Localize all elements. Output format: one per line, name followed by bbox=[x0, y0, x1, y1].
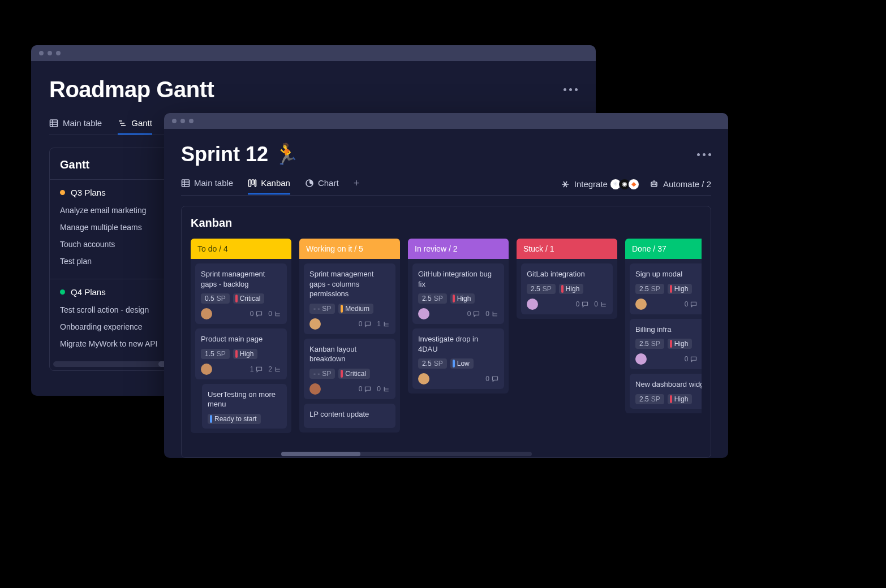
tab-label: Main table bbox=[194, 178, 233, 188]
window-dot[interactable] bbox=[172, 119, 177, 123]
more-menu-icon[interactable] bbox=[564, 88, 578, 91]
card-footer: 12 bbox=[201, 364, 281, 375]
story-points-chip: 2.5 SP bbox=[527, 284, 556, 294]
card-title: LP content update bbox=[309, 409, 390, 420]
kanban-column: To do / 4Sprint management gaps - backlo… bbox=[191, 239, 291, 444]
kanban-card[interactable]: Billing infra2.5 SPHigh00 bbox=[630, 319, 702, 370]
tab-chart[interactable]: Chart bbox=[305, 178, 339, 194]
card-title: Kanban layout breakdown bbox=[309, 344, 390, 364]
kanban-column: Working on it / 5Sprint management gaps … bbox=[299, 239, 400, 444]
card-title: UserTesting on more menu bbox=[208, 390, 281, 409]
window-dot[interactable] bbox=[56, 51, 61, 55]
kanban-card[interactable]: Sprint management gaps - backlog0.5 SPCr… bbox=[195, 263, 287, 324]
column-header[interactable]: Working on it / 5 bbox=[299, 239, 400, 259]
subitems-count[interactable]: 1 bbox=[377, 320, 390, 328]
comments-count[interactable]: 0 bbox=[685, 355, 698, 363]
kanban-card[interactable]: New dashboard widget2.5 SPHigh bbox=[630, 374, 702, 409]
priority-chip: High bbox=[559, 284, 584, 294]
gantt-task-row[interactable]: Manage multiple teams bbox=[60, 219, 174, 236]
card-title: New dashboard widget bbox=[635, 379, 702, 390]
card-counters: 01 bbox=[359, 320, 390, 328]
avatar[interactable] bbox=[201, 308, 212, 319]
column-header[interactable]: Done / 37 bbox=[625, 239, 702, 259]
tab-label: Chart bbox=[318, 178, 339, 188]
gantt-task-row[interactable]: Onboarding experience bbox=[60, 318, 174, 335]
window-dot[interactable] bbox=[39, 51, 44, 55]
kanban-card[interactable]: UserTesting on more menuReady to start bbox=[202, 384, 287, 429]
gantt-task-row[interactable]: Analyze email marketing bbox=[60, 202, 174, 219]
card-title: Product main page bbox=[201, 334, 281, 344]
titlebar bbox=[31, 45, 596, 61]
subitems-count[interactable]: 0 bbox=[485, 310, 498, 318]
subitems-count[interactable]: 0 bbox=[268, 310, 281, 318]
window-dot[interactable] bbox=[189, 119, 193, 123]
avatar[interactable] bbox=[309, 318, 321, 330]
comments-count[interactable]: 1 bbox=[250, 365, 263, 373]
subitems-count[interactable]: 0 bbox=[377, 385, 390, 393]
card-title: Sprint management gaps - columns permiss… bbox=[309, 269, 390, 299]
tab-main-table[interactable]: Main table bbox=[49, 118, 102, 135]
kanban-card[interactable]: GitLab integration2.5 SPHigh00 bbox=[521, 263, 613, 314]
tab-gantt[interactable]: Gantt bbox=[118, 118, 152, 135]
comments-count[interactable]: 0 bbox=[250, 310, 263, 318]
comments-count[interactable]: 0 bbox=[359, 320, 372, 328]
priority-chip: High bbox=[450, 293, 475, 304]
gantt-task-row[interactable]: Test plan bbox=[60, 253, 174, 270]
comments-count[interactable]: 0 bbox=[685, 300, 698, 308]
kanban-card[interactable]: LP content update bbox=[304, 404, 395, 429]
avatar[interactable] bbox=[418, 308, 429, 319]
avatar[interactable] bbox=[201, 364, 212, 375]
horizontal-scrollbar[interactable] bbox=[53, 361, 181, 367]
tab-main-table[interactable]: Main table bbox=[181, 178, 233, 194]
add-view-button[interactable]: + bbox=[354, 178, 360, 195]
kanban-card[interactable]: Sign up modal2.5 SPHigh00 bbox=[630, 263, 702, 314]
avatar[interactable] bbox=[527, 299, 538, 310]
tab-kanban[interactable]: Kanban bbox=[248, 178, 290, 194]
svg-rect-0 bbox=[50, 120, 58, 127]
table-icon bbox=[49, 119, 58, 128]
automate-button[interactable]: Automate / 2 bbox=[650, 179, 711, 189]
tab-label: Kanban bbox=[261, 178, 290, 188]
subitems-count[interactable]: 2 bbox=[268, 365, 281, 373]
avatar[interactable] bbox=[418, 373, 429, 384]
kanban-card[interactable]: GitHub integration bug fix2.5 SPHigh00 bbox=[412, 263, 504, 324]
column-header[interactable]: Stuck / 1 bbox=[517, 239, 617, 259]
comments-count[interactable]: 0 bbox=[359, 385, 372, 393]
gantt-task-row[interactable]: Test scroll action - design bbox=[60, 301, 174, 318]
group-header[interactable]: Q4 Plans bbox=[60, 287, 174, 297]
column-header[interactable]: To do / 4 bbox=[191, 239, 291, 259]
comments-count[interactable]: 0 bbox=[576, 300, 589, 308]
group-color-dot bbox=[60, 190, 65, 195]
priority-chip: High bbox=[668, 394, 693, 404]
view-tabs: Main table Kanban Chart + bbox=[181, 178, 359, 195]
column-header[interactable]: In review / 2 bbox=[408, 239, 509, 259]
table-icon bbox=[181, 179, 190, 188]
subitems-count[interactable]: 0 bbox=[594, 300, 607, 308]
kanban-column: In review / 2GitHub integration bug fix2… bbox=[408, 239, 509, 444]
column-body: Sprint management gaps - backlog0.5 SPCr… bbox=[191, 259, 291, 433]
avatar[interactable] bbox=[309, 383, 321, 395]
kanban-card[interactable]: Sprint management gaps - columns permiss… bbox=[304, 263, 395, 334]
window-dot[interactable] bbox=[180, 119, 185, 123]
avatar[interactable] bbox=[635, 299, 647, 310]
story-points-chip: - - SP bbox=[309, 304, 335, 314]
group-header[interactable]: Q3 Plans bbox=[60, 188, 174, 197]
gantt-task-row[interactable]: Migrate MyWork to new API bbox=[60, 335, 174, 352]
comments-count[interactable]: 0 bbox=[485, 375, 498, 383]
kanban-column: Stuck / 1GitLab integration2.5 SPHigh00 bbox=[517, 239, 617, 444]
kanban-card[interactable]: Product main page1.5 SPHigh12 bbox=[195, 328, 287, 379]
card-meta: 0.5 SPCritical bbox=[201, 293, 281, 304]
kanban-card[interactable]: Kanban layout breakdown- - SPCritical00 bbox=[304, 339, 395, 399]
more-menu-icon[interactable] bbox=[697, 153, 711, 156]
kanban-card[interactable]: Investigate drop in 4DAU2.5 SPLow0 bbox=[412, 328, 504, 389]
card-title: Investigate drop in 4DAU bbox=[418, 334, 498, 354]
card-footer: 00 bbox=[309, 383, 390, 395]
integrate-button[interactable]: Integrate ✳ ◉ ◆ bbox=[561, 179, 639, 190]
avatar[interactable] bbox=[635, 353, 647, 365]
horizontal-scrollbar[interactable] bbox=[191, 452, 702, 457]
window-dot[interactable] bbox=[48, 51, 52, 55]
gantt-task-row[interactable]: Touch accounts bbox=[60, 236, 174, 253]
card-counters: 00 bbox=[467, 310, 498, 318]
comments-count[interactable]: 0 bbox=[467, 310, 480, 318]
group-color-dot bbox=[60, 289, 65, 295]
